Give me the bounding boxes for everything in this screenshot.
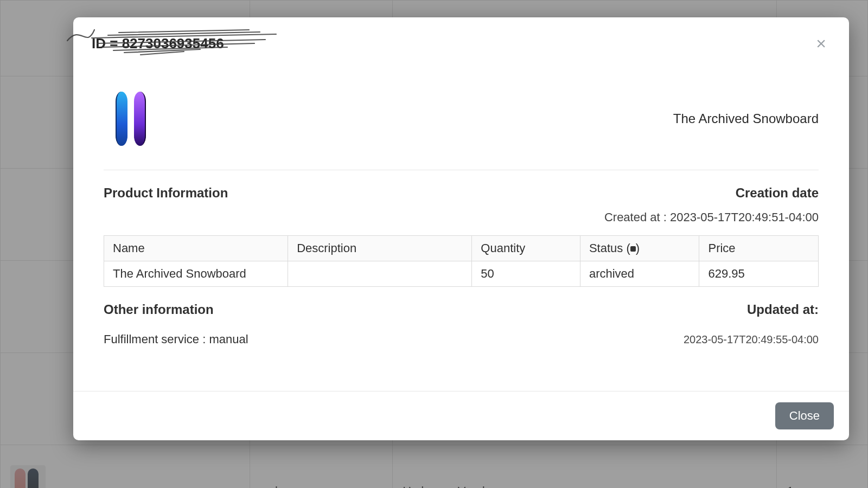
- modal-body: The Archived Snowboard Product Informati…: [73, 68, 849, 391]
- created-at-line: Created at : 2023-05-17T20:49:51-04:00: [104, 210, 819, 224]
- updated-at-value: 2023-05-17T20:49:55-04:00: [684, 333, 819, 346]
- th-description: Description: [288, 236, 472, 261]
- product-info-heading: Product Information: [104, 185, 228, 201]
- td-status: archived: [580, 261, 699, 287]
- th-quantity: Quantity: [472, 236, 580, 261]
- close-icon[interactable]: ×: [812, 33, 831, 54]
- updated-at-heading: Updated at:: [747, 302, 819, 317]
- product-detail-modal: ID = 8273036935456 × The Archived Snowbo…: [73, 17, 849, 440]
- td-description: [288, 261, 472, 287]
- td-price: 629.95: [699, 261, 819, 287]
- modal-id-label: ID = 8273036935456: [92, 35, 224, 52]
- th-status: Status (): [580, 236, 699, 261]
- product-header-row: The Archived Snowboard: [104, 68, 819, 170]
- close-button[interactable]: Close: [775, 402, 834, 429]
- snowboard-icon: [116, 92, 146, 146]
- modal-footer: Close: [73, 391, 849, 440]
- product-info-table: Name Description Quantity Status () Pric…: [104, 235, 819, 287]
- status-dot-icon: [630, 246, 636, 252]
- td-name: The Archived Snowboard: [104, 261, 288, 287]
- created-at-prefix: Created at :: [604, 210, 670, 224]
- product-image: [104, 89, 158, 148]
- modal-title: ID = 8273036935456: [92, 35, 224, 52]
- th-status-prefix: Status (: [589, 241, 630, 255]
- th-name: Name: [104, 236, 288, 261]
- section-headings-row: Product Information Creation date: [104, 185, 819, 201]
- created-at-value: 2023-05-17T20:49:51-04:00: [670, 210, 819, 224]
- th-price: Price: [699, 236, 819, 261]
- other-info-heading: Other information: [104, 302, 214, 317]
- creation-date-heading: Creation date: [736, 185, 819, 201]
- other-info-row: Other information Updated at:: [104, 302, 819, 317]
- th-status-suffix: ): [636, 241, 640, 255]
- td-quantity: 50: [472, 261, 580, 287]
- table-row: The Archived Snowboard 50 archived 629.9…: [104, 261, 819, 287]
- fulfillment-service: Fulfillment service : manual: [104, 332, 248, 346]
- modal-header: ID = 8273036935456 ×: [73, 17, 849, 68]
- product-name: The Archived Snowboard: [673, 111, 819, 126]
- fulfillment-row: Fulfillment service : manual 2023-05-17T…: [104, 332, 819, 346]
